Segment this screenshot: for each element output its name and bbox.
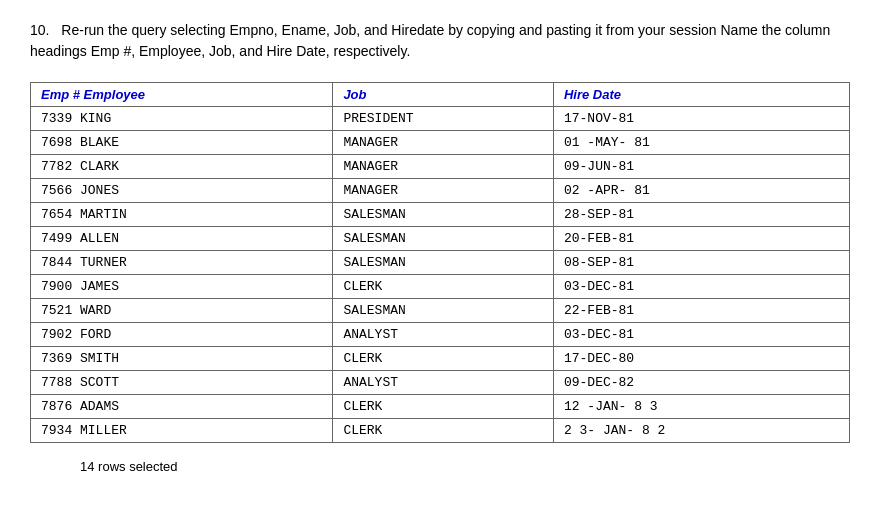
instructions-block: 10. Re-run the query selecting Empno, En… xyxy=(30,20,863,62)
cell-emp: 7521 WARD xyxy=(31,299,333,323)
table-row: 7339 KING PRESIDENT 17-NOV-81 xyxy=(31,107,850,131)
cell-emp: 7698 BLAKE xyxy=(31,131,333,155)
cell-date: 09-JUN-81 xyxy=(553,155,849,179)
table-row: 7934 MILLER CLERK 2 3- JAN- 8 2 xyxy=(31,419,850,443)
table-row: 7698 BLAKE MANAGER 01 -MAY- 81 xyxy=(31,131,850,155)
cell-job: SALESMAN xyxy=(333,227,554,251)
table-row: 7521 WARD SALESMAN 22-FEB-81 xyxy=(31,299,850,323)
cell-job: CLERK xyxy=(333,419,554,443)
cell-emp: 7934 MILLER xyxy=(31,419,333,443)
cell-date: 03-DEC-81 xyxy=(553,275,849,299)
cell-job: SALESMAN xyxy=(333,251,554,275)
table-row: 7844 TURNER SALESMAN 08-SEP-81 xyxy=(31,251,850,275)
cell-job: ANALYST xyxy=(333,371,554,395)
cell-date: 17-DEC-80 xyxy=(553,347,849,371)
table-row: 7876 ADAMS CLERK 12 -JAN- 8 3 xyxy=(31,395,850,419)
cell-date: 20-FEB-81 xyxy=(553,227,849,251)
instruction-text: Re-run the query selecting Empno, Ename,… xyxy=(30,22,830,59)
cell-job: CLERK xyxy=(333,275,554,299)
cell-date: 17-NOV-81 xyxy=(553,107,849,131)
col-header-job: Job xyxy=(333,83,554,107)
cell-date: 09-DEC-82 xyxy=(553,371,849,395)
table-row: 7900 JAMES CLERK 03-DEC-81 xyxy=(31,275,850,299)
cell-date: 2 3- JAN- 8 2 xyxy=(553,419,849,443)
cell-emp: 7499 ALLEN xyxy=(31,227,333,251)
cell-emp: 7876 ADAMS xyxy=(31,395,333,419)
cell-date: 02 -APR- 81 xyxy=(553,179,849,203)
cell-emp: 7369 SMITH xyxy=(31,347,333,371)
table-row: 7902 FORD ANALYST 03-DEC-81 xyxy=(31,323,850,347)
cell-date: 22-FEB-81 xyxy=(553,299,849,323)
cell-date: 01 -MAY- 81 xyxy=(553,131,849,155)
results-table: Emp # Employee Job Hire Date 7339 KING P… xyxy=(30,82,850,443)
cell-date: 08-SEP-81 xyxy=(553,251,849,275)
table-row: 7566 JONES MANAGER 02 -APR- 81 xyxy=(31,179,850,203)
col-header-emp: Emp # Employee xyxy=(31,83,333,107)
cell-emp: 7788 SCOTT xyxy=(31,371,333,395)
table-row: 7369 SMITH CLERK 17-DEC-80 xyxy=(31,347,850,371)
cell-job: ANALYST xyxy=(333,323,554,347)
cell-job: SALESMAN xyxy=(333,203,554,227)
table-row: 7654 MARTIN SALESMAN 28-SEP-81 xyxy=(31,203,850,227)
cell-emp: 7782 CLARK xyxy=(31,155,333,179)
cell-job: MANAGER xyxy=(333,155,554,179)
cell-job: MANAGER xyxy=(333,179,554,203)
cell-emp: 7339 KING xyxy=(31,107,333,131)
rows-selected-label: 14 rows selected xyxy=(80,459,863,474)
table-row: 7788 SCOTT ANALYST 09-DEC-82 xyxy=(31,371,850,395)
cell-emp: 7844 TURNER xyxy=(31,251,333,275)
cell-emp: 7902 FORD xyxy=(31,323,333,347)
table-row: 7499 ALLEN SALESMAN 20-FEB-81 xyxy=(31,227,850,251)
table-header-row: Emp # Employee Job Hire Date xyxy=(31,83,850,107)
col-header-date: Hire Date xyxy=(553,83,849,107)
instruction-number: 10. xyxy=(30,22,49,38)
cell-job: CLERK xyxy=(333,347,554,371)
cell-job: PRESIDENT xyxy=(333,107,554,131)
cell-date: 12 -JAN- 8 3 xyxy=(553,395,849,419)
cell-emp: 7566 JONES xyxy=(31,179,333,203)
cell-job: CLERK xyxy=(333,395,554,419)
cell-emp: 7900 JAMES xyxy=(31,275,333,299)
table-row: 7782 CLARK MANAGER 09-JUN-81 xyxy=(31,155,850,179)
cell-date: 03-DEC-81 xyxy=(553,323,849,347)
cell-date: 28-SEP-81 xyxy=(553,203,849,227)
cell-emp: 7654 MARTIN xyxy=(31,203,333,227)
cell-job: SALESMAN xyxy=(333,299,554,323)
cell-job: MANAGER xyxy=(333,131,554,155)
